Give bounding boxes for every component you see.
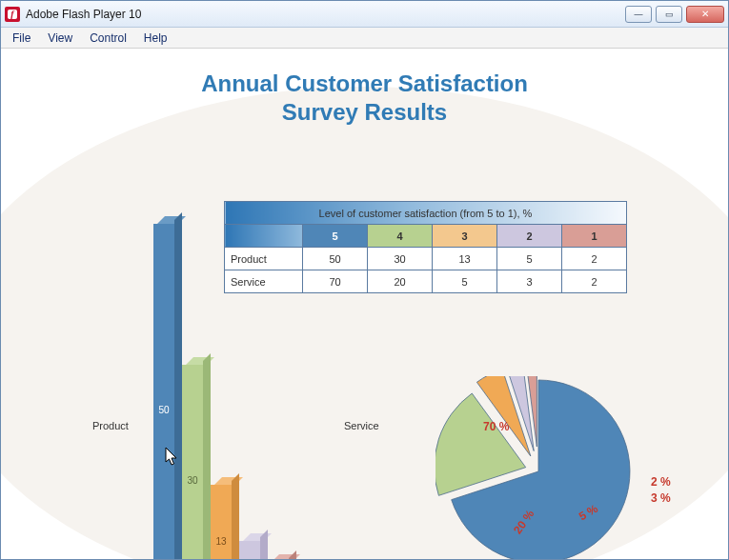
service-axis-label: Service — [344, 420, 379, 431]
col-2: 2 — [497, 225, 562, 248]
bar-4-label: 30 — [182, 475, 203, 486]
menu-file[interactable]: File — [5, 30, 38, 47]
flash-icon — [5, 7, 20, 22]
window-title: Adobe Flash Player 10 — [26, 8, 141, 21]
col-1: 1 — [562, 225, 627, 248]
bar-chart: 50 30 13 5 2 — [153, 214, 315, 559]
cell: 2 — [562, 270, 627, 293]
titlebar[interactable]: Adobe Flash Player 10 — ▭ ✕ — [1, 1, 728, 28]
pie-label-2: 2 % — [651, 475, 671, 489]
col-3: 3 — [433, 225, 497, 248]
pie-label-70: 70 % — [483, 420, 509, 433]
stage: Annual Customer Satisfaction Survey Resu… — [1, 49, 728, 559]
bar-4: 30 — [182, 365, 203, 559]
cell: 13 — [433, 248, 497, 270]
cell: 5 — [497, 248, 562, 270]
maximize-button[interactable]: ▭ — [656, 6, 682, 23]
col-4: 4 — [368, 225, 433, 248]
menu-control[interactable]: Control — [82, 30, 134, 47]
cell: 5 — [433, 270, 497, 293]
menu-view[interactable]: View — [40, 30, 80, 47]
product-axis-label: Product — [92, 420, 129, 431]
bar-2: 5 — [239, 541, 260, 559]
bar-5: 50 — [153, 224, 174, 559]
cell: 2 — [562, 248, 627, 270]
title-line1: Annual Customer Satisfaction — [201, 70, 528, 96]
bar-3-label: 13 — [211, 536, 232, 547]
cell: 30 — [368, 248, 433, 270]
menubar: File View Control Help — [1, 28, 728, 49]
close-button[interactable]: ✕ — [686, 6, 724, 23]
content: Annual Customer Satisfaction Survey Resu… — [1, 49, 728, 559]
cell: 3 — [497, 270, 562, 293]
cell: 20 — [368, 270, 433, 293]
menu-help[interactable]: Help — [136, 30, 175, 47]
bar-5-label: 50 — [153, 405, 174, 415]
title-line2: Survey Results — [282, 99, 447, 125]
minimize-button[interactable]: — — [625, 6, 652, 23]
app-window: Adobe Flash Player 10 — ▭ ✕ File View Co… — [0, 0, 729, 560]
pie-label-3: 3 % — [651, 491, 671, 505]
pie-chart — [435, 376, 641, 559]
pie-svg — [435, 376, 641, 559]
page-title: Annual Customer Satisfaction Survey Resu… — [1, 70, 728, 127]
bar-3: 13 — [211, 485, 232, 559]
